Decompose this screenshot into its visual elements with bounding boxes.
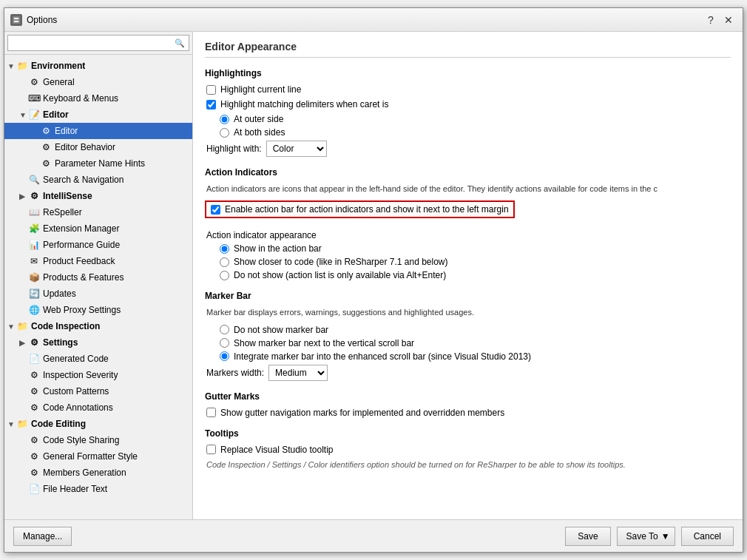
sidebar-item-proxy[interactable]: 🌐 Web Proxy Settings [4, 302, 192, 318]
sidebar-item-settings[interactable]: ▶ ⚙ Settings [4, 334, 192, 351]
sidebar-item-generated-code[interactable]: 📄 Generated Code [4, 351, 192, 367]
enable-action-bar-label: Enable action bar for action indicators … [225, 204, 509, 215]
marker-bar-integrate-label: Integrate marker bar into the enhanced s… [234, 351, 531, 362]
toggle-icon: ▶ [19, 339, 28, 347]
sidebar-item-code-editing[interactable]: ▼ 📁 Code Editing [4, 416, 192, 432]
bottom-left: Manage... [13, 527, 72, 546]
keyboard-icon: ⌨ [28, 92, 40, 104]
sidebar-item-search-nav[interactable]: 🔍 Search & Navigation [4, 172, 192, 188]
spacer [19, 485, 28, 493]
cancel-button[interactable]: Cancel [681, 527, 734, 546]
show-gutter-checkbox[interactable] [206, 408, 216, 417]
save-to-button[interactable]: Save To ▼ [617, 527, 675, 546]
marker-bar-desc: Marker bar displays errors, warnings, su… [205, 307, 731, 318]
sidebar-item-environment[interactable]: ▼ 📁 Environment [4, 58, 192, 74]
spacer [19, 78, 28, 87]
sidebar-item-general-formatter[interactable]: ⚙ General Formatter Style [4, 448, 192, 465]
marker-bar-integrate-radio[interactable] [220, 351, 229, 361]
extension-icon: 🧩 [28, 223, 40, 235]
sidebar-item-feedback[interactable]: ✉ Product Feedback [4, 253, 192, 269]
show-gutter-row: Show gutter navigation marks for impleme… [205, 408, 731, 418]
sidebar-item-updates[interactable]: 🔄 Updates [4, 286, 192, 302]
appearance-icon: ⚙ [40, 125, 52, 137]
do-not-show-radio[interactable] [220, 271, 229, 280]
marker-bar-next-to-scroll-radio[interactable] [220, 338, 229, 348]
marker-bar-do-not-show-radio[interactable] [220, 325, 229, 334]
highlightings-title: Highlightings [205, 68, 731, 78]
show-in-action-bar-radio[interactable] [220, 244, 229, 254]
sidebar-item-extension[interactable]: 🧩 Extension Manager [4, 220, 192, 237]
sidebar-item-keyboard[interactable]: ⌨ Keyboard & Menus [4, 90, 192, 107]
highlight-current-line-row: Highlight current line [205, 84, 731, 95]
sidebar-item-respeller[interactable]: 📖 ReSpeller [4, 204, 192, 220]
generated-code-icon: 📄 [28, 353, 40, 365]
sidebar-item-general[interactable]: ⚙ General [4, 74, 192, 90]
at-outer-side-radio[interactable] [220, 115, 229, 124]
enable-action-bar-checkbox[interactable] [211, 205, 220, 215]
replace-tooltip-label: Replace Visual Studio tooltip [220, 445, 334, 455]
style-sharing-icon: ⚙ [28, 434, 40, 446]
toggle-icon: ▼ [7, 323, 16, 331]
sidebar-item-code-annotations[interactable]: ⚙ Code Annotations [4, 399, 192, 416]
spacer [19, 453, 28, 461]
markers-width-select[interactable]: Thin Medium Wide [268, 365, 328, 381]
at-both-sides-radio[interactable] [220, 128, 229, 138]
code-editing-folder-icon: 📁 [16, 418, 28, 430]
sidebar-tree: ▼ 📁 Environment ⚙ General ⌨ Keyboard & M… [4, 55, 192, 519]
folder-icon: 📁 [16, 60, 28, 72]
at-both-sides-row: At both sides [205, 127, 731, 138]
sidebar-item-editor-appearance[interactable]: ⚙ Editor [4, 123, 192, 139]
dialog-icon [10, 14, 22, 26]
editor-icon: 📝 [28, 109, 40, 121]
highlight-matching-label: Highlight matching delimiters when caret… [220, 99, 388, 109]
highlight-with-label: Highlight with: [206, 144, 262, 154]
manage-button[interactable]: Manage... [13, 527, 72, 546]
feedback-icon: ✉ [28, 255, 40, 267]
sidebar-item-param-hints[interactable]: ⚙ Parameter Name Hints [4, 155, 192, 172]
file-header-icon: 📄 [28, 483, 40, 495]
sidebar-search-input[interactable] [7, 35, 189, 51]
close-button[interactable]: ✕ [720, 12, 737, 28]
save-button[interactable]: Save [565, 527, 610, 546]
proxy-icon: 🌐 [28, 304, 40, 316]
title-bar-buttons: ? ✕ [703, 12, 737, 28]
spacer [19, 95, 28, 103]
highlight-current-line-label: Highlight current line [220, 84, 301, 95]
content-area: 🔍 ▼ 📁 Environment ⚙ General ⌨ [4, 32, 743, 519]
bottom-right: Save Save To ▼ Cancel [565, 527, 734, 546]
show-gutter-label: Show gutter navigation marks for impleme… [220, 408, 504, 418]
updates-icon: 🔄 [28, 288, 40, 300]
sidebar-item-performance[interactable]: 📊 Performance Guide [4, 237, 192, 253]
options-dialog: Options ? ✕ 🔍 ▼ 📁 Environment [4, 7, 743, 553]
sidebar-item-file-header[interactable]: 📄 File Header Text [4, 481, 192, 497]
sidebar-item-code-inspection[interactable]: ▼ 📁 Code Inspection [4, 318, 192, 334]
sidebar-item-intellisense[interactable]: ▶ ⚙ IntelliSense [4, 188, 192, 204]
sidebar-item-inspection-severity[interactable]: ⚙ Inspection Severity [4, 367, 192, 383]
sidebar-item-custom-patterns[interactable]: ⚙ Custom Patterns [4, 383, 192, 399]
sidebar-item-products[interactable]: 📦 Products & Features [4, 269, 192, 286]
highlight-matching-checkbox[interactable] [206, 100, 216, 109]
action-indicators-desc: Action indicators are icons that appear … [205, 183, 731, 195]
help-button[interactable]: ? [703, 12, 719, 28]
patterns-icon: ⚙ [28, 385, 40, 397]
respeller-icon: 📖 [28, 206, 40, 218]
toggle-icon: ▼ [7, 62, 16, 70]
highlight-current-line-checkbox[interactable] [206, 85, 216, 95]
spacer [19, 355, 28, 363]
sidebar-item-code-style-sharing[interactable]: ⚙ Code Style Sharing [4, 432, 192, 448]
marker-bar-do-not-show-label: Do not show marker bar [234, 325, 328, 335]
at-outer-side-label: At outer side [234, 114, 283, 124]
products-icon: 📦 [28, 271, 40, 283]
spacer [19, 274, 28, 282]
sidebar-item-editor[interactable]: ▼ 📝 Editor [4, 107, 192, 123]
spacer [31, 160, 40, 168]
sidebar-item-members-generation[interactable]: ⚙ Members Generation [4, 465, 192, 481]
replace-tooltip-checkbox[interactable] [206, 445, 216, 454]
spacer [19, 176, 28, 184]
highlight-with-select[interactable]: Color Bold Italic Underline [266, 141, 327, 157]
title-bar-left: Options [10, 14, 57, 26]
sidebar-item-editor-behavior[interactable]: ⚙ Editor Behavior [4, 139, 192, 155]
svg-rect-2 [14, 21, 18, 22]
show-closer-radio[interactable] [220, 257, 229, 267]
performance-icon: 📊 [28, 239, 40, 251]
